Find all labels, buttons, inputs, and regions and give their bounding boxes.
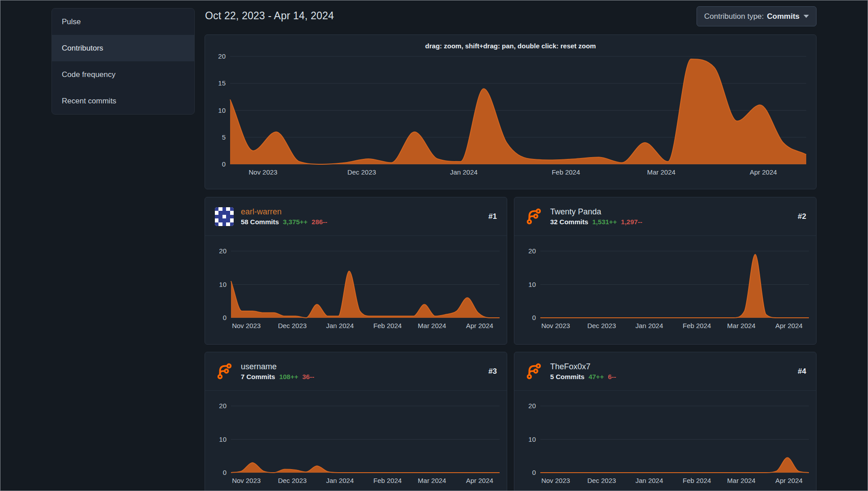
contributor-activity-chart[interactable]: 01020Nov 2023Dec 2023Jan 2024Feb 2024Mar… bbox=[205, 236, 507, 344]
svg-text:Jan 2024: Jan 2024 bbox=[450, 168, 478, 176]
deletions-count: 286-- bbox=[312, 218, 327, 226]
svg-text:Feb 2024: Feb 2024 bbox=[373, 477, 402, 484]
svg-text:Nov 2023: Nov 2023 bbox=[248, 168, 277, 176]
svg-text:0: 0 bbox=[223, 469, 227, 476]
svg-text:Dec 2023: Dec 2023 bbox=[278, 322, 307, 329]
rank-badge: #4 bbox=[798, 367, 806, 376]
deletions-count: 6-- bbox=[608, 373, 616, 380]
svg-text:0: 0 bbox=[532, 314, 536, 321]
svg-text:Feb 2024: Feb 2024 bbox=[552, 168, 580, 176]
contributor-stats: 58 Commits 3,375++ 286-- bbox=[241, 218, 483, 226]
contributor-stats: 5 Commits 47++ 6-- bbox=[550, 373, 792, 380]
contributor-card-header: TheFox0x7 5 Commits 47++ 6-- #4 bbox=[514, 352, 816, 391]
rank-badge: #2 bbox=[798, 212, 806, 221]
contributor-card-3: username 7 Commits 108++ 36-- #3 01020No… bbox=[205, 352, 507, 491]
contributor-activity-chart[interactable]: 01020Nov 2023Dec 2023Jan 2024Feb 2024Mar… bbox=[514, 236, 816, 344]
svg-text:10: 10 bbox=[219, 281, 227, 288]
avatar-forgejo-logo[interactable] bbox=[524, 207, 543, 226]
svg-text:10: 10 bbox=[218, 107, 226, 114]
forgejo-logo-icon bbox=[215, 362, 234, 381]
contributor-activity-chart[interactable]: 01020Nov 2023Dec 2023Jan 2024Feb 2024Mar… bbox=[205, 391, 507, 491]
svg-text:10: 10 bbox=[528, 435, 536, 443]
svg-text:Jan 2024: Jan 2024 bbox=[636, 477, 663, 484]
svg-text:Feb 2024: Feb 2024 bbox=[683, 322, 711, 329]
svg-text:Dec 2023: Dec 2023 bbox=[278, 477, 307, 484]
svg-text:Nov 2023: Nov 2023 bbox=[232, 322, 261, 329]
svg-text:Mar 2024: Mar 2024 bbox=[727, 322, 755, 329]
svg-text:Apr 2024: Apr 2024 bbox=[466, 322, 493, 329]
svg-text:Apr 2024: Apr 2024 bbox=[750, 168, 777, 176]
svg-text:Mar 2024: Mar 2024 bbox=[418, 322, 446, 329]
contributor-info: Twenty Panda 32 Commits 1,531++ 1,297-- bbox=[550, 207, 792, 226]
contributor-activity-chart[interactable]: 01020Nov 2023Dec 2023Jan 2024Feb 2024Mar… bbox=[514, 391, 816, 491]
contributor-card-2: Twenty Panda 32 Commits 1,531++ 1,297-- … bbox=[514, 197, 817, 345]
overall-activity-chart[interactable]: 05101520Nov 2023Dec 2023Jan 2024Feb 2024… bbox=[205, 35, 816, 189]
contributor-stats: 7 Commits 108++ 36-- bbox=[241, 373, 483, 380]
svg-text:Jan 2024: Jan 2024 bbox=[326, 322, 354, 329]
sidebar-item-pulse[interactable]: Pulse bbox=[52, 9, 194, 35]
contributor-info: TheFox0x7 5 Commits 47++ 6-- bbox=[550, 362, 792, 381]
svg-text:5: 5 bbox=[222, 133, 226, 141]
avatar-forgejo-logo[interactable] bbox=[215, 362, 234, 381]
svg-text:10: 10 bbox=[219, 435, 227, 443]
content-header: Oct 22, 2023 - Apr 14, 2024 Contribution… bbox=[205, 0, 817, 34]
svg-text:Nov 2023: Nov 2023 bbox=[232, 477, 261, 484]
chevron-down-icon bbox=[804, 15, 809, 18]
svg-text:20: 20 bbox=[219, 247, 227, 255]
svg-text:Nov 2023: Nov 2023 bbox=[541, 322, 570, 329]
svg-text:20: 20 bbox=[528, 402, 536, 410]
svg-text:0: 0 bbox=[532, 469, 536, 476]
avatar-identicon[interactable] bbox=[215, 207, 234, 226]
commit-count: 5 Commits bbox=[550, 373, 585, 380]
contributors-content: Oct 22, 2023 - Apr 14, 2024 Contribution… bbox=[205, 0, 817, 491]
rank-badge: #3 bbox=[488, 367, 497, 376]
forgejo-logo-icon bbox=[524, 362, 543, 381]
contributor-cards-grid: earl-warren 58 Commits 3,375++ 286-- #1 … bbox=[205, 197, 817, 491]
svg-text:10: 10 bbox=[528, 281, 536, 288]
sidebar-item-contributors[interactable]: Contributors bbox=[52, 35, 194, 61]
svg-text:0: 0 bbox=[223, 314, 227, 321]
svg-text:Feb 2024: Feb 2024 bbox=[373, 322, 402, 329]
svg-text:Apr 2024: Apr 2024 bbox=[466, 477, 493, 484]
contributor-name-link[interactable]: username bbox=[241, 362, 483, 371]
svg-text:Mar 2024: Mar 2024 bbox=[727, 477, 755, 484]
additions-count: 1,531++ bbox=[592, 218, 617, 226]
contributor-name-link[interactable]: earl-warren bbox=[241, 207, 483, 217]
contributor-card-1: earl-warren 58 Commits 3,375++ 286-- #1 … bbox=[205, 197, 507, 345]
contributor-name-link[interactable]: Twenty Panda bbox=[550, 207, 792, 217]
contribution-type-dropdown[interactable]: Contribution type: Commits bbox=[697, 6, 817, 26]
svg-text:Jan 2024: Jan 2024 bbox=[636, 322, 663, 329]
rank-badge: #1 bbox=[488, 212, 497, 221]
additions-count: 47++ bbox=[589, 373, 604, 380]
svg-text:20: 20 bbox=[219, 402, 227, 410]
svg-text:Nov 2023: Nov 2023 bbox=[541, 477, 570, 484]
deletions-count: 1,297-- bbox=[621, 218, 642, 226]
avatar-forgejo-logo[interactable] bbox=[524, 362, 543, 381]
sidebar-item-code-frequency[interactable]: Code frequency bbox=[52, 61, 194, 88]
overall-activity-card: drag: zoom, shift+drag: pan, double clic… bbox=[205, 34, 817, 189]
svg-text:Mar 2024: Mar 2024 bbox=[418, 477, 446, 484]
contributor-card-header: earl-warren 58 Commits 3,375++ 286-- #1 bbox=[205, 197, 507, 236]
svg-text:20: 20 bbox=[218, 52, 226, 60]
sidebar-item-recent-commits[interactable]: Recent commits bbox=[52, 88, 194, 114]
commit-count: 58 Commits bbox=[241, 218, 279, 226]
additions-count: 3,375++ bbox=[283, 218, 308, 226]
date-range-title: Oct 22, 2023 - Apr 14, 2024 bbox=[205, 10, 334, 22]
forgejo-logo-icon bbox=[524, 207, 543, 226]
contribution-type-label: Contribution type: bbox=[704, 12, 764, 21]
svg-text:Dec 2023: Dec 2023 bbox=[587, 322, 616, 329]
contributor-name-link[interactable]: TheFox0x7 bbox=[550, 362, 792, 371]
activity-sidebar: Pulse Contributors Code frequency Recent… bbox=[51, 8, 195, 115]
svg-text:Feb 2024: Feb 2024 bbox=[683, 477, 711, 484]
svg-text:20: 20 bbox=[528, 247, 536, 255]
contributor-card-header: username 7 Commits 108++ 36-- #3 bbox=[205, 352, 507, 391]
contributor-card-header: Twenty Panda 32 Commits 1,531++ 1,297-- … bbox=[514, 197, 816, 236]
contributor-card-4: TheFox0x7 5 Commits 47++ 6-- #4 01020Nov… bbox=[514, 352, 817, 491]
contribution-type-value: Commits bbox=[767, 12, 800, 21]
svg-text:Dec 2023: Dec 2023 bbox=[347, 168, 376, 176]
commit-count: 32 Commits bbox=[550, 218, 588, 226]
chart-zoom-hint: drag: zoom, shift+drag: pan, double clic… bbox=[205, 42, 816, 50]
svg-text:15: 15 bbox=[218, 79, 226, 87]
svg-text:Jan 2024: Jan 2024 bbox=[326, 477, 354, 484]
deletions-count: 36-- bbox=[302, 373, 314, 380]
